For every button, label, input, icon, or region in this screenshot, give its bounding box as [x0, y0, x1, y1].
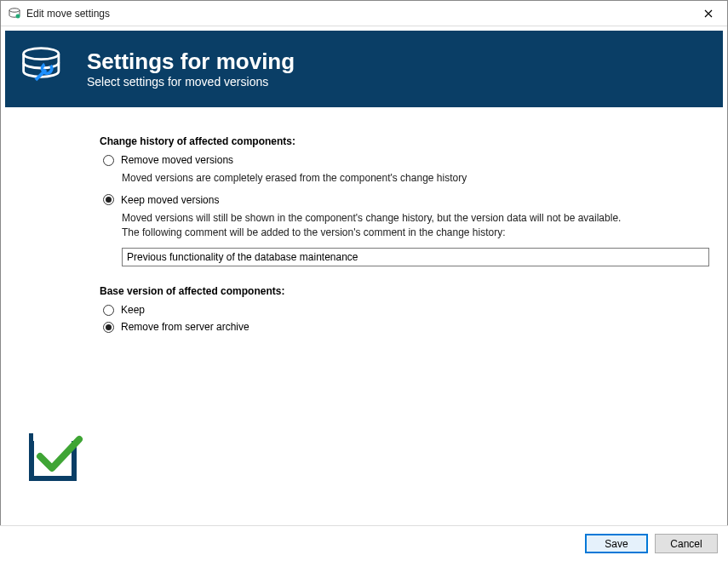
radio-icon — [103, 305, 114, 316]
dialog-header: Settings for moving Select settings for … — [5, 31, 723, 107]
app-icon — [8, 7, 21, 20]
radio-icon — [103, 155, 114, 166]
close-icon — [704, 9, 713, 18]
history-section-title: Change history of affected components: — [100, 135, 702, 147]
dialog-footer: Save Cancel — [0, 525, 728, 561]
radio-base-remove[interactable]: Remove from server archive — [103, 321, 702, 333]
dialog-content: Change history of affected components: R… — [1, 112, 727, 512]
save-button[interactable]: Save — [585, 534, 648, 553]
database-wrench-icon — [19, 43, 70, 96]
radio-icon — [103, 194, 114, 205]
radio-label: Keep — [121, 304, 145, 316]
radio-keep-moved[interactable]: Keep moved versions — [103, 194, 702, 206]
svg-point-1 — [16, 14, 20, 18]
version-comment-input[interactable] — [122, 248, 709, 266]
dialog-subtitle: Select settings for moved versions — [87, 75, 295, 89]
checkmark-badge-icon — [21, 421, 89, 491]
cancel-button[interactable]: Cancel — [655, 534, 718, 553]
radio-icon — [103, 322, 114, 333]
dialog-title: Settings for moving — [87, 49, 295, 74]
close-button[interactable] — [689, 1, 727, 26]
svg-point-0 — [9, 8, 20, 11]
radio-remove-moved[interactable]: Remove moved versions — [103, 154, 702, 166]
radio-label: Remove moved versions — [121, 154, 233, 166]
window-titlebar: Edit move settings — [1, 1, 727, 26]
keep-desc-line2: The following comment will be added to t… — [122, 226, 506, 238]
radio-label: Remove from server archive — [121, 321, 249, 333]
svg-point-2 — [24, 48, 59, 59]
svg-rect-3 — [35, 68, 48, 81]
svg-rect-6 — [33, 432, 77, 441]
base-section-title: Base version of affected components: — [100, 285, 702, 297]
radio-label: Keep moved versions — [121, 194, 219, 206]
remove-moved-description: Moved versions are completely erased fro… — [122, 171, 702, 186]
radio-base-keep[interactable]: Keep — [103, 304, 702, 316]
keep-desc-line1: Moved versions will still be shown in th… — [122, 212, 621, 224]
window-title: Edit move settings — [26, 8, 689, 20]
keep-moved-description: Moved versions will still be shown in th… — [122, 211, 702, 240]
